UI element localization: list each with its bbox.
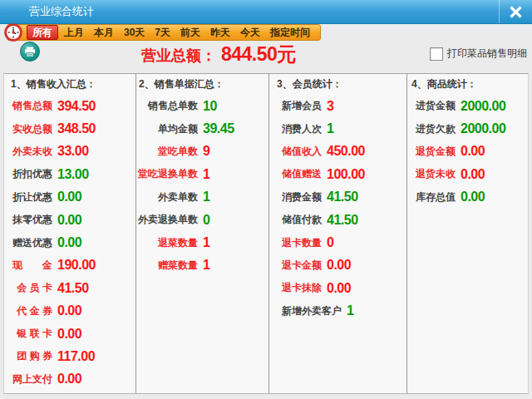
stat-row: 网上支付 0.00 [4,368,135,391]
stat-label: 储值付款 [282,213,322,227]
stat-label: 堂吃退换单数 [138,167,198,181]
stat-label: 赠送优惠 [12,236,52,250]
tab-item[interactable]: 所有 [27,25,58,40]
business-total: 营业总额： 844.50元 [141,42,296,70]
stat-value: 1 [347,303,353,318]
stat-row: 退卡数量 0 [269,231,406,254]
print-detail-checkbox[interactable]: 打印菜品销售明细 [430,47,527,61]
stat-row: 外卖退换单数 0 [136,209,268,231]
section-title: 1、销售收入汇总： [4,76,135,91]
stat-row: 抹零优惠 0.00 [4,209,135,231]
stat-label: 银 联 卡 [12,327,52,341]
close-icon [509,5,523,19]
print-button[interactable] [20,42,40,62]
stat-value: 1 [203,235,209,250]
stat-label: 进货金额 [416,99,456,113]
stat-label: 退货金额 [416,145,456,159]
stat-value: 1 [203,167,209,182]
stat-value: 1 [327,121,333,136]
stat-label: 团 购 券 [12,349,52,363]
stat-row: 实收总额 348.50 [4,117,135,140]
stats-section: 2、销售单据汇总： 销售总单数 10 单均金额 39.45 堂吃单数 9 堂吃退… [135,74,268,393]
section-rows: 新增会员 3 消费人次 1 储值收入 450.00 储值赠送 100.00 消费… [269,95,406,323]
tab-item[interactable]: 今天 [236,26,264,39]
clock-icon [4,23,22,42]
stat-row: 储值赠送 100.00 [269,163,406,185]
stat-row: 代 金 券 0.00 [4,300,135,323]
stat-row: 外卖未收 33.00 [4,140,135,163]
stat-row: 销售总单数 10 [136,95,268,117]
title-bar: 营业综合统计 [0,0,532,24]
stat-value: 394.50 [57,99,96,114]
stat-label: 单均金额 [138,122,198,136]
stat-label: 新增会员 [282,99,322,113]
stat-label: 退菜数量 [138,236,198,250]
stat-value: 10 [203,99,217,114]
business-total-label: 营业总额： [141,42,216,70]
stat-value: 2000.00 [461,121,505,136]
stat-value: 41.50 [327,213,358,228]
stat-value: 0.00 [461,144,485,159]
tab-item[interactable]: 7天 [150,26,175,39]
stat-value: 0.00 [57,213,81,228]
stat-row: 退货金额 0.00 [407,140,528,163]
stat-row: 消费金额 41.50 [269,186,406,209]
stat-label: 退卡数量 [282,236,322,250]
stat-value: 33.00 [57,144,89,159]
stat-label: 库存总值 [416,190,456,204]
stat-value: 0.00 [461,167,485,182]
stat-row: 进货金额 2000.00 [407,95,528,117]
stat-row: 新增外卖客户 1 [269,300,406,323]
stat-value: 0.00 [57,235,81,250]
stat-value: 41.50 [327,190,358,204]
stat-value: 0 [327,235,333,250]
stat-row: 赠菜数量 1 [136,254,268,277]
stat-label: 销售总额 [12,99,52,113]
stat-value: 0.00 [327,281,351,296]
stat-label: 实收总额 [12,122,52,136]
stat-value: 0.00 [57,190,81,204]
stat-value: 3 [327,99,333,114]
tab-item[interactable]: 前天 [176,26,204,39]
stats-section: 4、商品统计： 进货金额 2000.00 进货欠款 2000.00 退货金额 0… [406,74,528,393]
stat-row: 新增会员 3 [269,95,406,117]
stat-label: 折让优惠 [12,190,52,204]
stat-row: 堂吃退换单数 1 [136,163,268,185]
checkbox-box-icon[interactable] [430,47,443,61]
stat-value: 450.00 [327,144,365,159]
statistics-panel: 1、销售收入汇总： 销售总额 394.50 实收总额 348.50 外卖未收 3… [3,73,529,394]
stat-row: 外卖单数 1 [136,186,268,209]
stat-value: 1 [203,258,209,273]
stat-label: 消费人次 [282,122,322,136]
stat-row: 折扣优惠 13.00 [4,163,135,185]
stat-row: 赠送优惠 0.00 [4,231,135,254]
tab-strip: 所有上月本月30天7天前天昨天今天指定时间 [7,24,321,41]
stat-value: 100.00 [327,167,365,182]
tab-item[interactable]: 指定时间 [266,26,314,39]
stat-row: 现 金 190.00 [4,254,135,277]
section-title: 4、商品统计： [407,76,528,91]
tab-item[interactable]: 昨天 [206,26,234,39]
stat-value: 0.00 [57,327,81,342]
printer-icon [24,47,36,57]
date-range-bar: 所有上月本月30天7天前天昨天今天指定时间 [0,23,532,42]
stat-value: 190.00 [57,258,96,273]
stat-value: 0.00 [327,258,351,273]
stat-label: 赠菜数量 [138,259,198,273]
stat-value: 13.00 [57,167,89,182]
stat-row: 折让优惠 0.00 [4,186,135,209]
stat-label: 新增外卖客户 [282,304,342,318]
stat-value: 1 [203,190,209,204]
tab-item[interactable]: 30天 [120,26,149,39]
stat-label: 外卖单数 [138,190,198,204]
close-button[interactable] [499,0,532,23]
stat-label: 销售总单数 [138,99,198,113]
tab-item[interactable]: 上月 [60,26,88,39]
summary-header: 营业总额： 844.50元 打印菜品销售明细 [0,42,532,72]
tab-item[interactable]: 本月 [90,26,118,39]
stat-row: 退卡金额 0.00 [269,254,406,277]
stat-label: 外卖退换单数 [138,213,198,227]
stat-row: 单均金额 39.45 [136,117,268,140]
stat-label: 消费金额 [282,190,322,204]
checkbox-label: 打印菜品销售明细 [447,47,527,61]
